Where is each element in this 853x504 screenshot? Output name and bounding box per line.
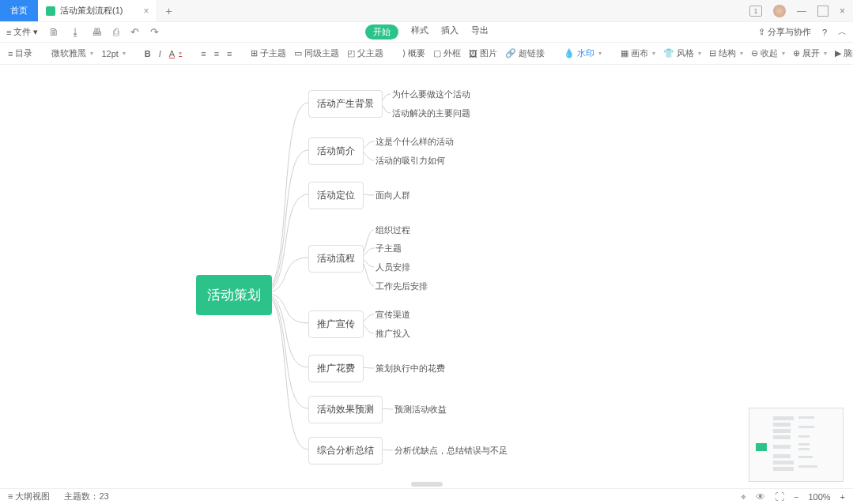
zoom-in-button[interactable]: + <box>840 492 845 502</box>
tab-insert[interactable]: 插入 <box>441 24 459 39</box>
undo-icon[interactable]: ↶ <box>130 26 139 38</box>
download-icon[interactable]: ⭳ <box>70 26 81 38</box>
file-menu-label: 文件 <box>13 26 31 38</box>
horizontal-scrollbar[interactable] <box>411 482 443 487</box>
parent-label: 父主题 <box>357 47 383 59</box>
minimap-root-icon <box>756 443 767 451</box>
connector-lines <box>0 65 853 488</box>
italic-button[interactable]: I <box>159 49 161 58</box>
window-close-icon[interactable]: × <box>840 6 845 17</box>
leaf-node[interactable]: 面向人群 <box>376 190 410 201</box>
outline-view-button[interactable]: ≡ 大纲视图 <box>8 491 50 502</box>
new-tab-button[interactable]: + <box>157 0 179 21</box>
zoom-out-button[interactable]: − <box>794 492 798 502</box>
leaf-node[interactable]: 活动解决的主要问题 <box>392 107 470 119</box>
leaf-node[interactable]: 人员安排 <box>376 261 410 273</box>
leaf-node[interactable]: 工作先后安排 <box>376 280 428 292</box>
font-color-button[interactable]: A <box>169 49 182 58</box>
share-label: 分享与协作 <box>768 27 811 36</box>
branch-node[interactable]: 活动简介 <box>308 137 364 165</box>
mindmap-ppt-button[interactable]: ▶ 脑图PPT <box>835 47 853 59</box>
tab-export[interactable]: 导出 <box>471 24 489 39</box>
ribbon-tabs: 开始 样式 插入 导出 <box>0 24 853 39</box>
file-menu[interactable]: ≡ 文件 ▾ <box>6 26 38 38</box>
zoom-level[interactable]: 100% <box>808 492 830 502</box>
home-tab[interactable]: 首页 <box>0 0 38 21</box>
share-button[interactable]: ⇪ 分享与协作 <box>758 26 811 38</box>
font-size-select[interactable]: 12pt <box>101 49 125 58</box>
summary-button[interactable]: ⟩ 概要 <box>402 47 425 59</box>
document-tab[interactable]: 活动策划流程(1) × <box>38 0 157 21</box>
frame-label: 外框 <box>443 47 461 59</box>
branch-node[interactable]: 活动流程 <box>308 245 364 273</box>
minimap[interactable] <box>749 408 844 482</box>
align-center-icon[interactable]: ≡ <box>214 49 219 58</box>
theme-style-button[interactable]: 👕 风格 <box>663 47 701 59</box>
bold-button[interactable]: B <box>145 49 151 58</box>
save-icon[interactable]: 🗎 <box>49 26 59 38</box>
locate-icon[interactable]: ⌖ <box>741 491 746 502</box>
outline-button[interactable]: ≡ 目录 <box>8 47 32 59</box>
tab-start[interactable]: 开始 <box>365 24 398 39</box>
window-maximize-icon[interactable] <box>817 6 828 17</box>
window-controls: 1 — × <box>749 0 853 21</box>
leaf-node[interactable]: 策划执行中的花费 <box>376 363 445 374</box>
print-icon[interactable]: 🖶 <box>92 26 102 38</box>
root-topic-node[interactable]: 活动策划 <box>196 275 272 315</box>
statusbar: ≡ 大纲视图 主题数：23 ⌖ 👁 ⛶ − 100% + <box>0 488 853 504</box>
branch-node[interactable]: 活动产生背景 <box>308 90 383 118</box>
redo-icon[interactable]: ↷ <box>150 26 159 38</box>
tab-style[interactable]: 样式 <box>411 24 428 39</box>
font-family-select[interactable]: 微软雅黑 <box>51 47 93 59</box>
watermark-button[interactable]: 💧 水印 <box>564 47 602 59</box>
ppt-label: 脑图PPT <box>844 47 853 59</box>
collapse-ribbon-icon[interactable]: ︿ <box>838 26 847 38</box>
leaf-node[interactable]: 分析优缺点，总结错误与不足 <box>394 445 508 457</box>
frame-button[interactable]: ▢ 外框 <box>433 47 461 59</box>
leaf-node[interactable]: 为什么要做这个活动 <box>392 88 470 100</box>
peer-topic-button[interactable]: ▭ 同级主题 <box>294 47 339 59</box>
canvas-label: 画布 <box>631 47 648 59</box>
parent-topic-button[interactable]: ◰ 父主题 <box>347 47 383 59</box>
branch-node[interactable]: 活动效果预测 <box>308 396 383 423</box>
avatar[interactable] <box>773 5 786 17</box>
titlebar: 首页 活动策划流程(1) × + 1 — × <box>0 0 853 22</box>
image-button[interactable]: 🖼 图片 <box>469 47 497 59</box>
expand-button[interactable]: ⊕ 展开 <box>793 47 827 59</box>
structure-label: 结构 <box>719 47 736 59</box>
leaf-node[interactable]: 组织过程 <box>376 224 410 236</box>
hyperlink-button[interactable]: 🔗 超链接 <box>505 47 545 59</box>
align-right-icon[interactable]: ≡ <box>227 49 232 58</box>
branch-node[interactable]: 活动定位 <box>308 182 364 209</box>
leaf-node[interactable]: 预测活动收益 <box>394 404 447 416</box>
leaf-node[interactable]: 活动的吸引力如何 <box>376 155 445 167</box>
expand-label: 展开 <box>802 47 820 59</box>
watermark-label: 水印 <box>577 47 594 59</box>
align-left-icon[interactable]: ≡ <box>201 49 206 58</box>
branch-node[interactable]: 推广花费 <box>308 355 364 382</box>
help-icon[interactable]: ? <box>822 28 827 37</box>
toolbar: ≡ 目录 微软雅黑 12pt B I A ≡ ≡ ≡ ⊞ 子主题 ▭ 同级主题 … <box>0 43 853 65</box>
subtopic-label: 子主题 <box>260 47 286 59</box>
window-minimize-icon[interactable]: — <box>797 6 806 17</box>
mindmap-file-icon <box>46 6 55 16</box>
format-painter-icon[interactable]: ⎙ <box>113 26 119 38</box>
link-label: 超链接 <box>519 47 545 59</box>
fit-view-icon[interactable]: ⛶ <box>775 491 784 502</box>
structure-button[interactable]: ⊟ 结构 <box>709 47 743 59</box>
notification-badge[interactable]: 1 <box>749 6 762 17</box>
branch-node[interactable]: 综合分析总结 <box>308 437 383 465</box>
subtopic-button[interactable]: ⊞ 子主题 <box>251 47 286 59</box>
mindmap-canvas[interactable]: 活动策划 活动产生背景为什么要做这个活动活动解决的主要问题活动简介这是个什么样的… <box>0 65 853 488</box>
canvas-button[interactable]: ▦ 画布 <box>621 47 655 59</box>
branch-node[interactable]: 推广宣传 <box>308 310 364 338</box>
eye-icon[interactable]: 👁 <box>756 491 765 502</box>
collapse-button[interactable]: ⊖ 收起 <box>751 47 785 59</box>
peer-label: 同级主题 <box>304 47 339 59</box>
leaf-node[interactable]: 推广投入 <box>376 328 410 340</box>
tab-close-icon[interactable]: × <box>143 6 149 17</box>
outline-label: 目录 <box>15 47 32 59</box>
leaf-node[interactable]: 这是个什么样的活动 <box>376 136 454 148</box>
leaf-node[interactable]: 宣传渠道 <box>376 309 410 321</box>
leaf-node[interactable]: 子主题 <box>376 243 402 254</box>
